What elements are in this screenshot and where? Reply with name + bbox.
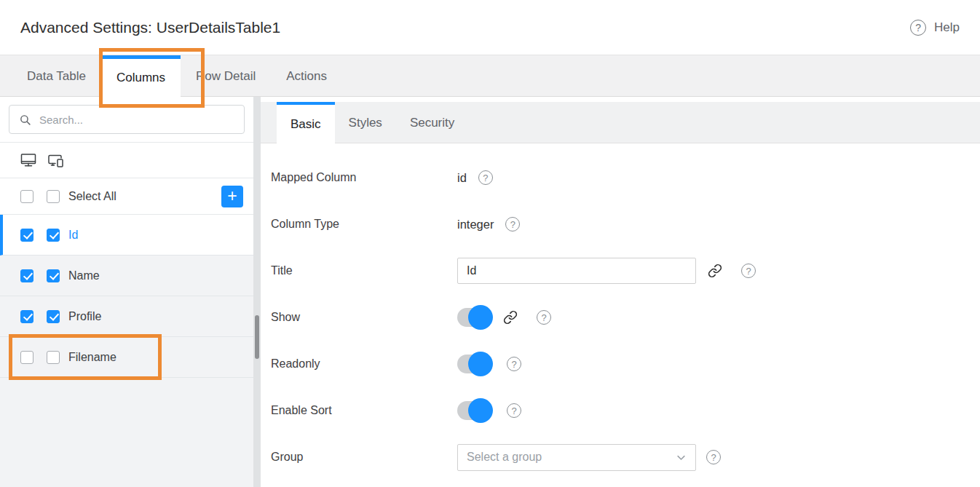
detail-tab-bar: Basic Styles Security: [261, 102, 980, 143]
subtab-label: Basic: [291, 117, 321, 132]
column-type-value: integer: [457, 218, 494, 231]
form-row-group: Group Select a group ?: [271, 434, 980, 480]
tab-row-detail[interactable]: Row Detail: [181, 55, 271, 97]
column-row-name[interactable]: Name: [0, 256, 253, 296]
column-list: Id Name Profile Filename: [0, 215, 253, 378]
add-column-button[interactable]: +: [221, 186, 243, 207]
field-label: Mapped Column: [271, 171, 457, 184]
column-type-help-icon[interactable]: ?: [505, 217, 520, 231]
tab-security[interactable]: Security: [396, 102, 468, 143]
desktop-checkbox[interactable]: [20, 310, 33, 323]
group-select-placeholder: Select a group: [467, 451, 542, 464]
tab-label: Actions: [286, 69, 327, 84]
settings-form: Mapped Column id ? Column Type integer ?…: [261, 143, 980, 480]
desktop-checkbox[interactable]: [20, 351, 33, 364]
subtab-gap: [261, 97, 980, 102]
tab-actions[interactable]: Actions: [271, 55, 342, 97]
group-select[interactable]: Select a group: [457, 444, 696, 471]
title-link-icon[interactable]: [708, 264, 722, 278]
help-button[interactable]: ? Help: [910, 20, 960, 36]
sidebar-scrollbar[interactable]: [255, 315, 259, 359]
column-row-id[interactable]: Id: [0, 215, 253, 256]
toggle-knob: [468, 305, 493, 330]
readonly-help-icon[interactable]: ?: [507, 357, 521, 371]
plus-icon: +: [227, 188, 237, 205]
search-input[interactable]: [38, 113, 234, 127]
field-label: Show: [271, 311, 457, 324]
form-row-column-type: Column Type integer ?: [271, 201, 980, 248]
main-tab-bar: Data Table Columns Row Detail Actions: [0, 55, 980, 97]
mobile-checkbox[interactable]: [47, 269, 60, 282]
enable-sort-toggle[interactable]: [457, 401, 491, 420]
enable-sort-help-icon[interactable]: ?: [507, 403, 521, 418]
search-box[interactable]: [9, 105, 245, 134]
subtab-label: Styles: [349, 116, 382, 130]
column-row-filename[interactable]: Filename: [0, 337, 253, 378]
title-help-icon[interactable]: ?: [741, 264, 756, 278]
mobile-checkbox[interactable]: [47, 229, 60, 242]
group-help-icon[interactable]: ?: [706, 450, 721, 464]
column-label: Filename: [68, 351, 116, 364]
form-row-show: Show ?: [271, 294, 980, 341]
panel-divider: [253, 97, 261, 487]
field-label: Column Type: [271, 218, 457, 231]
search-section: [0, 97, 253, 143]
title-input[interactable]: [457, 258, 696, 284]
column-label: Name: [68, 269, 100, 282]
page-title: Advanced Settings: UserDetailsTable1: [20, 19, 280, 36]
readonly-toggle[interactable]: [457, 355, 491, 373]
desktop-icon: [20, 151, 37, 169]
tab-columns[interactable]: Columns: [101, 55, 181, 97]
form-row-readonly: Readonly ?: [271, 341, 980, 387]
form-row-mapped-column: Mapped Column id ?: [271, 154, 980, 201]
mobile-checkbox[interactable]: [47, 351, 60, 364]
mobile-checkbox[interactable]: [47, 310, 60, 323]
subtab-label: Security: [410, 116, 454, 130]
field-label: Title: [271, 264, 457, 277]
toggle-knob: [468, 352, 493, 376]
tab-data-table[interactable]: Data Table: [12, 55, 101, 97]
form-row-title: Title ?: [271, 248, 980, 294]
search-icon: [19, 114, 31, 126]
toggle-knob: [468, 398, 493, 423]
form-row-enable-sort: Enable Sort ?: [271, 387, 980, 434]
select-all-mobile-checkbox[interactable]: [47, 190, 60, 203]
app-header: Advanced Settings: UserDetailsTable1 ? H…: [0, 0, 980, 55]
columns-sidebar: Select All + Id Name Profile: [0, 97, 253, 487]
show-link-icon[interactable]: [503, 310, 518, 325]
show-toggle[interactable]: [457, 308, 491, 327]
tab-label: Data Table: [27, 69, 86, 84]
column-row-profile[interactable]: Profile: [0, 296, 253, 337]
desktop-checkbox[interactable]: [20, 229, 33, 242]
help-label: Help: [934, 20, 960, 35]
field-label: Group: [271, 451, 457, 464]
devices-icon: [47, 151, 65, 169]
column-label: Id: [68, 229, 78, 242]
select-all-desktop-checkbox[interactable]: [20, 190, 33, 203]
column-settings-panel: Basic Styles Security Mapped Column id ?…: [261, 97, 980, 487]
tab-label: Row Detail: [196, 69, 256, 84]
field-label: Readonly: [271, 357, 457, 371]
tab-styles[interactable]: Styles: [335, 102, 396, 143]
tab-basic[interactable]: Basic: [277, 102, 335, 143]
show-help-icon[interactable]: ?: [537, 310, 551, 325]
desktop-checkbox[interactable]: [20, 269, 33, 282]
tab-label: Columns: [116, 71, 165, 85]
select-all-row[interactable]: Select All +: [0, 178, 253, 215]
column-label: Profile: [68, 310, 101, 323]
body: Select All + Id Name Profile: [0, 97, 980, 487]
mapped-column-value: id: [457, 171, 467, 185]
select-all-label: Select All: [68, 190, 116, 203]
device-header-row: [0, 143, 253, 178]
chevron-down-icon: [676, 452, 687, 463]
help-icon: ?: [910, 20, 926, 36]
mapped-column-help-icon[interactable]: ?: [478, 170, 493, 185]
field-label: Enable Sort: [271, 404, 457, 417]
